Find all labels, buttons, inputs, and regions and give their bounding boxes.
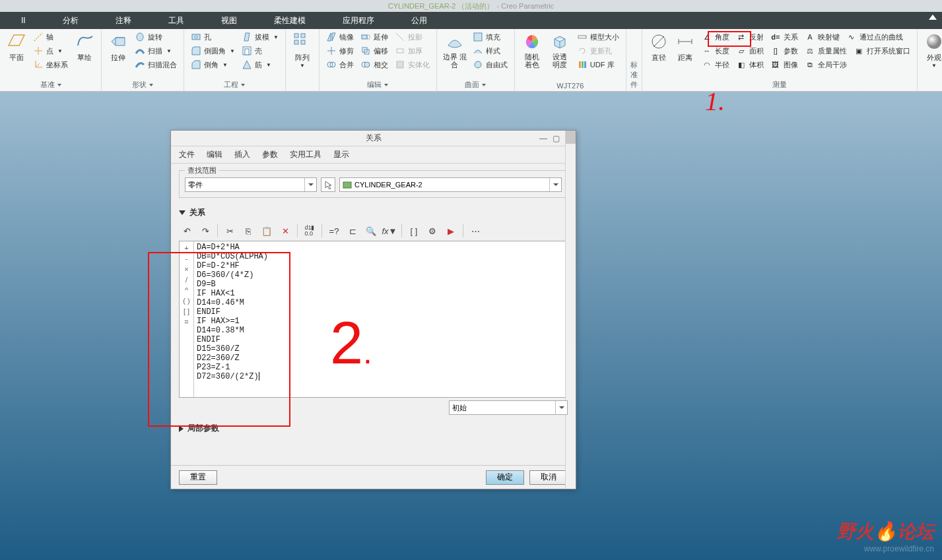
- sketch-button[interactable]: 草绘: [72, 30, 97, 64]
- appearance-button[interactable]: 外观 ▼: [922, 30, 942, 70]
- model-size-button[interactable]: 模型大小: [574, 30, 622, 44]
- tab-public[interactable]: 公用: [393, 12, 446, 29]
- op-divide[interactable]: /: [185, 274, 187, 285]
- parameters-button[interactable]: []参数: [768, 44, 801, 57]
- extend-button[interactable]: 延伸: [358, 30, 391, 44]
- unit-button[interactable]: ⚙: [424, 223, 440, 239]
- scrollbar[interactable]: [565, 131, 576, 489]
- intersect-button[interactable]: 相交: [358, 58, 391, 71]
- diameter-button[interactable]: 直径: [646, 30, 671, 64]
- thicken-button[interactable]: 加厚: [392, 44, 432, 57]
- minimize-button[interactable]: —: [539, 134, 547, 143]
- mirror-button[interactable]: 镜像: [323, 30, 356, 44]
- op-equals[interactable]: =: [184, 317, 188, 327]
- code-textarea[interactable]: DA=D+2*HA DB=D*COS(ALPHA) DF=D-2*HF D6=3…: [194, 241, 567, 397]
- chevron-down-icon[interactable]: [241, 84, 245, 86]
- volume-button[interactable]: ◧体积: [733, 58, 766, 71]
- freestyle-button[interactable]: 自由式: [470, 58, 510, 71]
- tab-view[interactable]: 视图: [203, 12, 255, 29]
- mapkeys-button[interactable]: A映射键: [802, 30, 842, 44]
- tab-tools[interactable]: 工具: [150, 12, 203, 29]
- menu-insert[interactable]: 插入: [234, 149, 250, 160]
- chevron-down-icon[interactable]: [384, 84, 388, 86]
- update-hole-button[interactable]: 更新孔: [574, 44, 622, 57]
- maximize-button[interactable]: ▢: [553, 134, 560, 143]
- curve-button[interactable]: ∿通过点的曲线: [844, 30, 906, 44]
- extrude-button[interactable]: 拉伸: [106, 30, 131, 64]
- tab-apps[interactable]: 应用程序: [324, 12, 393, 29]
- fill-button[interactable]: 填充: [470, 30, 510, 44]
- rib-button[interactable]: 筋▼: [239, 58, 281, 71]
- distance-button[interactable]: 距离: [673, 30, 698, 64]
- project-button[interactable]: 投影: [392, 30, 432, 44]
- find-button[interactable]: 🔍: [363, 223, 379, 239]
- chevron-down-icon[interactable]: [57, 84, 61, 86]
- execute-button[interactable]: ▶: [443, 223, 459, 239]
- tab-annotate[interactable]: 注释: [97, 12, 150, 29]
- relations-section-header[interactable]: 关系: [179, 204, 568, 221]
- system-window-button[interactable]: ▣打开系统窗口: [851, 44, 913, 57]
- tab-flex[interactable]: 柔性建模: [255, 12, 324, 29]
- extra-button[interactable]: ⋯: [467, 223, 483, 239]
- initial-combo[interactable]: 初始: [449, 400, 568, 415]
- round-button[interactable]: 倒圆角▼: [188, 44, 238, 57]
- sweep-button[interactable]: 扫描▼: [132, 44, 180, 57]
- chamfer-button[interactable]: 倒角▼: [188, 58, 238, 71]
- random-color-button[interactable]: 随机 着色: [519, 30, 545, 70]
- solidify-button[interactable]: 实体化: [392, 58, 432, 71]
- op-power[interactable]: ^: [185, 285, 188, 296]
- menu-show[interactable]: 显示: [333, 149, 349, 160]
- op-plus[interactable]: +: [184, 243, 188, 253]
- global-interference-button[interactable]: ⧉全局干涉: [802, 58, 850, 71]
- csys-button[interactable]: 坐标系: [30, 58, 71, 71]
- boundary-blend-button[interactable]: 边界 混合: [441, 30, 469, 70]
- local-params-header[interactable]: 局部参数: [179, 420, 568, 437]
- point-button[interactable]: 点▼: [30, 44, 71, 57]
- chevron-down-icon[interactable]: [149, 84, 153, 86]
- verify-button[interactable]: =?: [326, 223, 342, 239]
- redo-button[interactable]: ↷: [197, 223, 213, 239]
- menu-file[interactable]: 文件: [179, 149, 195, 160]
- menu-edit[interactable]: 编辑: [207, 149, 222, 160]
- image-button[interactable]: 🖼图像: [768, 58, 801, 71]
- collapse-ribbon-icon[interactable]: [929, 15, 937, 20]
- mass-props-button[interactable]: ⚖质量属性: [802, 44, 850, 57]
- shell-button[interactable]: 壳: [239, 44, 281, 57]
- chevron-down-icon[interactable]: [482, 84, 486, 86]
- op-paren[interactable]: ( ): [183, 296, 189, 306]
- delete-button[interactable]: ✕: [277, 223, 293, 239]
- dialog-titlebar[interactable]: 关系 — ▢ ✕: [171, 131, 576, 146]
- undo-button[interactable]: ↶: [179, 223, 195, 239]
- scrollbar-thumb[interactable]: [566, 131, 576, 144]
- tab-model[interactable]: II: [3, 12, 44, 29]
- op-times[interactable]: ×: [184, 264, 188, 274]
- menu-parameters[interactable]: 参数: [262, 149, 278, 160]
- plane-button[interactable]: 平面: [4, 30, 29, 64]
- pick-button[interactable]: [321, 177, 335, 192]
- length-button[interactable]: ↔长度: [699, 44, 732, 57]
- dim-toggle-button[interactable]: d1▮0.0: [302, 223, 318, 239]
- udf-library-button[interactable]: UDF 库: [574, 58, 622, 71]
- style-button[interactable]: 样式: [470, 44, 510, 57]
- angle-button[interactable]: ∠角度: [699, 30, 732, 44]
- revolve-button[interactable]: 旋转: [132, 30, 180, 44]
- function-button[interactable]: fx▼: [382, 223, 397, 239]
- op-bracket[interactable]: [ ]: [184, 306, 189, 317]
- tab-analysis[interactable]: 分析: [44, 12, 97, 29]
- ok-button[interactable]: 确定: [486, 470, 524, 485]
- scope-model-combo[interactable]: CYLINDER_GEAR-2: [339, 177, 562, 192]
- offset-button[interactable]: 偏移: [358, 44, 391, 57]
- axis-button[interactable]: 轴: [30, 30, 71, 44]
- draft-button[interactable]: 拔模▼: [239, 30, 281, 44]
- cancel-button[interactable]: 取消: [529, 470, 568, 485]
- copy-button[interactable]: ⎘: [240, 223, 256, 239]
- radius-button[interactable]: ◠半径: [699, 58, 732, 71]
- menu-utilities[interactable]: 实用工具: [290, 149, 321, 160]
- reset-button[interactable]: 重置: [179, 470, 217, 485]
- pattern-button[interactable]: 阵列 ▼: [290, 30, 315, 70]
- transparency-button[interactable]: 设透 明度: [547, 30, 573, 70]
- swept-blend-button[interactable]: 扫描混合: [132, 58, 180, 71]
- reflect-button[interactable]: ⇄反射: [733, 30, 766, 44]
- relations-button[interactable]: d=关系: [768, 30, 801, 44]
- merge-button[interactable]: 合并: [323, 58, 356, 71]
